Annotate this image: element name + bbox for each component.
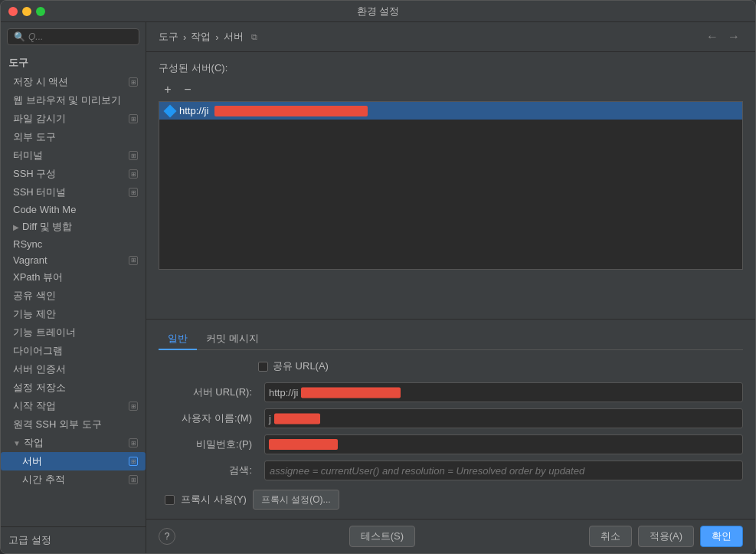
submenu-icon: ⊞ (129, 169, 138, 179)
proxy-settings-button[interactable]: 프록시 설정(O)... (253, 490, 339, 510)
sidebar-items: 도구 저장 시 액션 ⊞ 웹 브라우저 및 미리보기 파일 감시기 ⊞ 외부 도… (1, 51, 146, 526)
settings-window: 환경 설정 🔍 도구 저장 시 액션 ⊞ 웹 브라우저 및 미리보기 (0, 0, 756, 554)
add-server-button[interactable]: + (159, 81, 177, 98)
title-bar: 환경 설정 (1, 1, 755, 22)
main-content: 도구 › 작업 › 서버 ⧉ ← → 구성된 서버(C): + − (146, 22, 755, 553)
sidebar-item-diff-merge[interactable]: ▶ Diff 및 병합 (1, 218, 146, 236)
breadcrumb-parent: 작업 (191, 30, 211, 44)
sidebar-item-label: SSH 터미널 (13, 185, 66, 199)
proxy-checkbox-label: 프록시 사용(Y) (181, 493, 247, 506)
tab-general[interactable]: 일반 (159, 329, 197, 350)
submenu-icon: ⊞ (129, 457, 138, 466)
sidebar-item-rsync[interactable]: RSync (1, 236, 146, 252)
sidebar-item-startup-task[interactable]: 시작 작업 ⊞ (1, 397, 146, 415)
server-list-item[interactable]: http://ji (159, 102, 742, 120)
search-box[interactable]: 🔍 (7, 28, 139, 45)
sidebar-item-code-with-me[interactable]: Code With Me (1, 202, 146, 218)
apply-button[interactable]: 적용(A) (638, 526, 694, 547)
sidebar-item-file-watch[interactable]: 파일 감시기 ⊞ (1, 110, 146, 128)
sidebar-item-label: XPath 뷰어 (13, 270, 63, 284)
proxy-checkbox[interactable] (165, 495, 175, 505)
sidebar-item-label: SSH 구성 (13, 167, 56, 181)
share-url-label: 공유 URL(A) (273, 359, 329, 373)
test-button[interactable]: 테스트(S) (349, 526, 415, 547)
help-button[interactable]: ? (159, 528, 175, 545)
username-field-wrap: j (264, 408, 743, 428)
server-list[interactable]: http://ji (159, 101, 743, 270)
sidebar-item-label: 웹 브라우저 및 미리보기 (13, 93, 121, 107)
chevron-right-icon: ▶ (13, 223, 19, 231)
content-area: 🔍 도구 저장 시 액션 ⊞ 웹 브라우저 및 미리보기 파일 감시기 ⊞ (1, 22, 755, 553)
submenu-icon: ⊞ (129, 256, 138, 265)
sidebar-item-feature-suggest[interactable]: 기능 제안 (1, 305, 146, 323)
sidebar-item-vagrant[interactable]: Vagrant ⊞ (1, 252, 146, 268)
sidebar-item-label: Vagrant (13, 254, 47, 266)
server-url-field-wrap: http://ji (264, 382, 743, 402)
sidebar-item-time-track[interactable]: 시간 추적 ⊞ (1, 470, 146, 489)
jira-icon (164, 104, 177, 117)
sidebar-item-ssh-terminal[interactable]: SSH 터미널 ⊞ (1, 183, 146, 202)
server-list-label: 구성된 서버(C): (159, 61, 743, 75)
sidebar-item-web-browser[interactable]: 웹 브라우저 및 미리보기 (1, 91, 146, 110)
sidebar-item-ssh-config[interactable]: SSH 구성 ⊞ (1, 165, 146, 183)
sidebar-item-label: 작업 (24, 436, 44, 450)
search-input[interactable] (28, 31, 133, 42)
remove-server-button[interactable]: − (178, 81, 197, 98)
breadcrumb-sep2: › (215, 31, 218, 43)
window-title: 환경 설정 (357, 5, 400, 18)
search-label: 검색: (159, 464, 258, 477)
server-url-label: 서버 URL(R): (159, 385, 258, 399)
nav-back-button[interactable]: ← (703, 28, 722, 45)
sidebar-item-label: 저장 시 액션 (13, 75, 68, 89)
task-group: ▼ 작업 (13, 436, 44, 450)
cancel-button[interactable]: 취소 (589, 526, 632, 547)
sidebar-item-label: 원격 SSH 외부 도구 (13, 418, 102, 431)
breadcrumb: 도구 › 작업 › 서버 ⧉ (159, 30, 257, 44)
sidebar-item-label: 시작 작업 (13, 399, 56, 413)
submenu-icon: ⊞ (129, 114, 138, 123)
action-buttons: 취소 적용(A) 확인 (589, 526, 743, 547)
breadcrumb-root: 도구 (159, 30, 178, 44)
sidebar-item-label: 기능 제안 (13, 307, 56, 321)
bottom-bar: ? 테스트(S) 취소 적용(A) 확인 (146, 519, 755, 553)
sidebar-item-server-cert[interactable]: 서버 인증서 (1, 360, 146, 379)
password-label: 비밀번호:(P) (159, 438, 258, 451)
search-icon: 🔍 (14, 31, 25, 42)
sidebar-item-xpath[interactable]: XPath 뷰어 (1, 268, 146, 287)
password-input[interactable] (264, 434, 743, 454)
sidebar-item-label: 터미널 (13, 149, 43, 162)
maximize-button[interactable] (36, 7, 45, 16)
sidebar-item-label: 서버 인증서 (13, 362, 66, 376)
sidebar-item-label: 다이어그램 (13, 344, 63, 358)
sidebar-item-external-tools[interactable]: 외부 도구 (1, 128, 146, 146)
breadcrumb-current: 서버 (224, 30, 244, 44)
sidebar-item-label: 파일 감시기 (13, 112, 66, 126)
nav-forward-button[interactable]: → (725, 28, 743, 45)
sidebar-item-save-action[interactable]: 저장 시 액션 ⊞ (1, 73, 146, 91)
submenu-icon: ⊞ (129, 77, 138, 87)
username-input[interactable] (264, 408, 743, 428)
server-url-input[interactable] (264, 382, 743, 402)
sidebar-item-label: 시간 추적 (22, 473, 65, 487)
sidebar-item-terminal[interactable]: 터미널 ⊞ (1, 146, 146, 165)
minimize-button[interactable] (22, 7, 31, 16)
search-input[interactable] (264, 461, 743, 480)
sidebar-item-settings-store[interactable]: 설정 저장소 (1, 379, 146, 397)
diff-merge-group: ▶ Diff 및 병합 (13, 220, 73, 234)
breadcrumb-nav: ← → (703, 28, 743, 45)
sidebar-item-feature-trainer[interactable]: 기능 트레이너 (1, 323, 146, 342)
confirm-button[interactable]: 확인 (700, 526, 743, 547)
sidebar-section-label: 도구 (1, 51, 146, 73)
sidebar-item-task-group[interactable]: ▼ 작업 ⊞ (1, 434, 146, 452)
share-url-checkbox[interactable] (258, 362, 268, 372)
detail-panel: 일반 커밋 메시지 공유 URL(A) 서버 URL(R): (146, 319, 755, 519)
sidebar-item-server[interactable]: 서버 ⊞ (1, 452, 146, 470)
sidebar-item-diagram[interactable]: 다이어그램 (1, 342, 146, 360)
traffic-lights (8, 7, 45, 16)
sidebar-item-shared-index[interactable]: 공유 색인 (1, 287, 146, 305)
tab-commit-message[interactable]: 커밋 메시지 (197, 329, 268, 350)
close-button[interactable] (8, 7, 18, 16)
breadcrumb-sep1: › (183, 31, 186, 43)
settings-form: 공유 URL(A) 서버 URL(R): http://ji 사용자 이름:(M… (159, 359, 743, 510)
sidebar-item-remote-ssh[interactable]: 원격 SSH 외부 도구 (1, 415, 146, 434)
